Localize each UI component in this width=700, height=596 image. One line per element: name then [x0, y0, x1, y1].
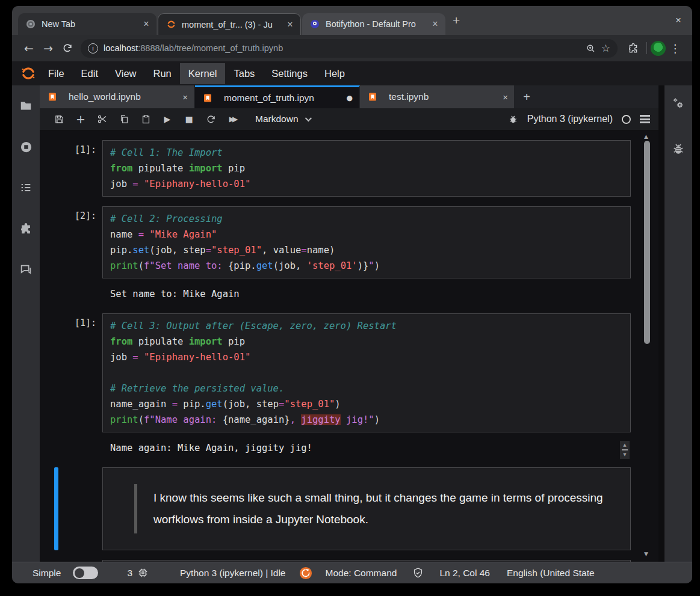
toolbar-more-icon[interactable] [640, 115, 650, 123]
markdown-rendered[interactable]: I know this seems like such a small thin… [102, 467, 631, 550]
code-cell-1: [1]: # Cell 1: The Importfrom pipulate i… [40, 140, 658, 197]
extensions-icon[interactable] [624, 38, 643, 58]
cell-3-output: Name again: Mike Again, jiggity jig! ▲ ▼ [40, 440, 658, 456]
left-sidebar [12, 85, 40, 562]
file-browser-icon[interactable] [19, 99, 33, 113]
debugger-bug-icon[interactable] [508, 114, 518, 124]
forward-icon[interactable]: → [39, 38, 58, 58]
zoom-icon[interactable] [586, 43, 596, 54]
reload-icon[interactable] [58, 38, 77, 58]
jupyter-favicon-icon [166, 19, 176, 30]
property-inspector-gears-icon[interactable] [671, 96, 686, 111]
browser-tab-jupyterlab[interactable]: moment_of_tr... (3) - Ju × [158, 13, 301, 35]
address-bar[interactable]: i localhost:8888/lab/tree/moment_of_trut… [81, 39, 618, 58]
doc-tab-hello-world[interactable]: hello_world.ipynb × [40, 85, 195, 108]
new-tab-button[interactable]: + [453, 14, 460, 26]
language-indicator[interactable]: English (United State [507, 568, 595, 579]
browser-tab-new-tab[interactable]: New Tab × [18, 13, 156, 35]
unsaved-changes-dot[interactable]: ● [347, 94, 353, 102]
empty-code-cell: [ ]: [40, 560, 658, 562]
site-info-icon[interactable]: i [88, 43, 98, 54]
browser-navbar: ← → i localhost:8888/lab/tree/moment_of_… [12, 35, 692, 61]
output-text: Set name to: Mike Again [102, 286, 240, 303]
code-cell-2: [2]: # Cell 2: Processingname = "Mike Ag… [40, 206, 658, 278]
menu-edit[interactable]: Edit [73, 63, 107, 84]
simple-mode-toggle[interactable] [73, 567, 98, 579]
notebook-scrollbar[interactable]: ▲ ▼ [643, 132, 651, 562]
panel-divider [658, 85, 664, 562]
restart-kernel-icon[interactable] [200, 111, 221, 127]
kernel-name[interactable]: Python 3 (ipykernel) [527, 114, 613, 124]
navbar-divider [646, 42, 647, 54]
kernel-status-text[interactable]: Python 3 (ipykernel) | Idle [180, 568, 285, 579]
code-editor[interactable]: # Cell 1: The Importfrom pipulate import… [102, 140, 631, 197]
browser-tab-botifython[interactable]: Botifython - Default Pro × [302, 13, 445, 35]
window-close-icon[interactable]: × [675, 15, 681, 25]
kernel-status-idle-icon[interactable] [622, 115, 631, 124]
doc-tab-close-icon[interactable]: × [182, 92, 188, 102]
selected-cell-collapser[interactable] [54, 467, 58, 550]
notebook-toolbar: + ▶ ■ ▶▶ Markdown [40, 108, 658, 131]
doc-tab-label: hello_world.ipynb [69, 91, 177, 102]
new-launcher-button[interactable]: + [515, 85, 538, 108]
paste-cell-icon[interactable] [135, 111, 156, 127]
restart-run-all-icon[interactable]: ▶▶ [221, 111, 243, 127]
kernel-sessions-chip-icon[interactable] [137, 567, 149, 579]
tab-close-icon[interactable]: × [141, 19, 152, 29]
code-editor[interactable]: # Cell 2: Processingname = "Mike Again"p… [102, 206, 631, 278]
profile-avatar[interactable] [651, 41, 666, 56]
terminal-count[interactable]: 3 [127, 568, 132, 579]
doc-tab-moment-of-truth[interactable]: moment_of_truth.ipyn ● [195, 85, 360, 108]
code-editor[interactable] [102, 560, 631, 562]
code-editor[interactable]: # Cell 3: Output after (Escape, zero, ze… [102, 313, 631, 432]
jupyter-logo-icon [17, 65, 40, 82]
back-icon[interactable]: ← [19, 38, 39, 58]
cell-type-dropdown[interactable]: Markdown [255, 114, 310, 124]
mode-indicator[interactable]: Mode: Command [326, 568, 397, 579]
table-of-contents-icon[interactable] [19, 180, 33, 195]
cursor-position[interactable]: Ln 2, Col 46 [439, 568, 490, 579]
run-cell-icon[interactable]: ▶ [156, 111, 178, 127]
markdown-cell: I know this seems like such a small thin… [40, 467, 658, 550]
simple-mode-label: Simple [33, 568, 61, 579]
interrupt-kernel-icon[interactable]: ■ [178, 111, 200, 127]
copy-cell-icon[interactable] [113, 111, 135, 127]
jupyterlab-body: hello_world.ipynb × moment_of_truth.ipyn… [12, 85, 692, 562]
menu-tabs[interactable]: Tabs [225, 63, 263, 84]
botifython-favicon-icon [309, 19, 320, 29]
resize-handle[interactable]: ▲ ▼ [620, 441, 630, 459]
bookmark-star-icon[interactable]: ☆ [601, 42, 610, 54]
scroll-down-icon[interactable]: ▼ [644, 551, 648, 557]
menu-view[interactable]: View [107, 63, 144, 84]
doc-tab-test[interactable]: test.ipynb × [360, 85, 515, 108]
debugger-panel-bug-icon[interactable] [671, 142, 686, 156]
insert-cell-icon[interactable]: + [70, 111, 91, 127]
trust-shield-icon [412, 567, 424, 579]
browser-window: New Tab × moment_of_tr... (3) - Ju × Bot… [12, 6, 692, 583]
menu-run[interactable]: Run [145, 63, 180, 84]
chat-icon[interactable] [19, 262, 33, 277]
output-text: Name again: Mike Again, jiggity jig! [102, 440, 312, 456]
tab-close-icon[interactable]: × [430, 19, 441, 29]
menu-help[interactable]: Help [316, 63, 353, 84]
execution-prompt: [2]: [40, 206, 102, 278]
document-tabbar: hello_world.ipynb × moment_of_truth.ipyn… [40, 85, 658, 108]
notebook-file-icon [202, 93, 213, 103]
extension-manager-icon[interactable] [19, 221, 33, 236]
cell-type-value: Markdown [255, 114, 299, 124]
save-icon[interactable] [48, 111, 70, 127]
doc-tab-close-icon[interactable]: × [503, 92, 508, 102]
browser-tab-title: moment_of_tr... (3) - Ju [182, 20, 281, 29]
scrollbar-thumb[interactable] [644, 141, 650, 344]
pipulate-extension-icon[interactable] [299, 567, 312, 580]
cut-cell-icon[interactable] [91, 111, 113, 127]
menu-kernel[interactable]: Kernel [180, 63, 226, 84]
scroll-up-icon[interactable]: ▲ [644, 134, 648, 140]
browser-tabstrip: New Tab × moment_of_tr... (3) - Ju × Bot… [12, 6, 692, 35]
menu-file[interactable]: File [40, 63, 73, 84]
doc-tab-label: moment_of_truth.ipyn [224, 93, 341, 103]
menu-settings[interactable]: Settings [263, 63, 316, 84]
running-kernels-icon[interactable] [19, 140, 33, 154]
tab-close-icon[interactable]: × [285, 19, 296, 30]
browser-menu-kebab-icon[interactable]: ⋮ [666, 38, 685, 58]
